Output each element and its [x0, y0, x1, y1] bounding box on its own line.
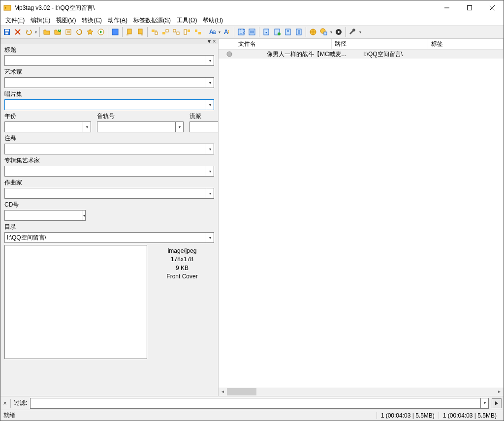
- playlist-export-icon[interactable]: [283, 27, 293, 37]
- menu-edit[interactable]: 编辑(E): [28, 15, 53, 26]
- add-folder-icon[interactable]: +: [52, 27, 63, 37]
- dropdown-albumartist[interactable]: ▾: [206, 166, 214, 177]
- favorite-icon[interactable]: [85, 27, 95, 37]
- input-year[interactable]: [4, 121, 83, 132]
- svg-rect-7: [5, 32, 8, 34]
- menu-actions[interactable]: 动作(A): [105, 15, 130, 26]
- close-button[interactable]: [481, 0, 504, 15]
- col-icon[interactable]: [219, 39, 235, 49]
- input-discnum[interactable]: [4, 210, 83, 221]
- filter-dropdown[interactable]: ▾: [480, 398, 489, 409]
- menu-view[interactable]: 视图(V): [53, 15, 79, 26]
- label-track: 音轨号: [97, 112, 184, 120]
- dropdown-track[interactable]: ▾: [175, 121, 184, 132]
- undo-icon[interactable]: [23, 27, 34, 37]
- input-albumartist[interactable]: [4, 166, 206, 177]
- delete-icon[interactable]: [12, 27, 23, 37]
- col-path[interactable]: 路径: [332, 39, 428, 49]
- menu-help[interactable]: 帮助(H): [200, 15, 226, 26]
- save-icon[interactable]: [1, 27, 12, 37]
- discogs-icon[interactable]: [333, 27, 344, 37]
- dropdown-composer[interactable]: ▾: [206, 188, 214, 199]
- filter-input[interactable]: [30, 398, 480, 409]
- minimize-button[interactable]: [436, 0, 458, 15]
- title-bar: Mp3tag v3.02 - I:\QQ空间留言\: [0, 0, 504, 15]
- input-genre[interactable]: [189, 121, 218, 132]
- svg-rect-40: [296, 29, 301, 35]
- input-album[interactable]: [4, 99, 206, 110]
- playlist-all-icon[interactable]: [293, 27, 304, 37]
- dropdown-comment[interactable]: ▾: [206, 144, 214, 154]
- horizontal-scrollbar[interactable]: ◄ ►: [219, 388, 504, 396]
- input-title[interactable]: [4, 55, 206, 66]
- menu-convert[interactable]: 转换(C): [79, 15, 105, 26]
- text-to-tag-icon[interactable]: [182, 27, 192, 37]
- svg-rect-24: [173, 30, 176, 32]
- extended-tags-icon[interactable]: [247, 27, 257, 37]
- web-source-icon[interactable]: [308, 27, 318, 37]
- label-composer: 作曲家: [4, 179, 214, 187]
- cover-size: 9 KB: [150, 264, 214, 272]
- select-all-icon[interactable]: [110, 27, 121, 37]
- input-composer[interactable]: [4, 188, 206, 199]
- filename-to-tag-icon[interactable]: [160, 27, 171, 37]
- status-ready: 就绪: [3, 411, 377, 420]
- dropdown-album[interactable]: ▾: [206, 99, 214, 110]
- web-cover-icon[interactable]: [318, 27, 329, 37]
- svg-rect-43: [324, 32, 327, 35]
- undo-dropdown[interactable]: ▼: [34, 30, 38, 34]
- tools-icon[interactable]: [347, 27, 358, 37]
- quick-action-icon[interactable]: A: [221, 27, 232, 37]
- tag-to-filename-icon[interactable]: [149, 27, 160, 37]
- web-dropdown[interactable]: ▼: [329, 30, 333, 34]
- label-discnum: CD号: [4, 201, 214, 209]
- paste-tag-icon[interactable]: [135, 27, 146, 37]
- status-selected: 1 (00:04:03 | 5.5MB): [377, 412, 439, 419]
- tag-to-tag-icon[interactable]: [192, 27, 203, 37]
- filename-to-filename-icon[interactable]: [171, 27, 182, 37]
- filter-close-icon[interactable]: ×: [2, 400, 7, 407]
- input-directory[interactable]: [4, 232, 206, 243]
- playlist-icon[interactable]: [63, 27, 74, 37]
- maximize-button[interactable]: [458, 0, 481, 15]
- dropdown-artist[interactable]: ▾: [206, 77, 214, 88]
- export-icon[interactable]: [261, 27, 272, 37]
- copy-tag-icon[interactable]: [124, 27, 135, 37]
- menu-tools[interactable]: 工具(O): [174, 15, 200, 26]
- rename-folder-icon[interactable]: [272, 27, 283, 37]
- number-tracks-icon[interactable]: 12: [236, 27, 247, 37]
- cover-mime: image/jpeg: [150, 247, 214, 255]
- svg-text:+: +: [58, 28, 61, 33]
- svg-point-38: [278, 32, 281, 35]
- dropdown-year[interactable]: ▾: [83, 121, 91, 132]
- input-comment[interactable]: [4, 144, 206, 154]
- filter-bar: × 过滤: ▾: [0, 396, 504, 410]
- toolbar: ▼ + Aa ▼ A 12 ▼ ▼: [0, 25, 504, 39]
- play-icon[interactable]: [95, 27, 106, 37]
- cell-filename: 像男人一样的战斗【MC喊麦…: [264, 50, 360, 59]
- filter-go-button[interactable]: [492, 398, 502, 408]
- label-artist: 艺术家: [4, 68, 214, 76]
- svg-rect-27: [188, 30, 190, 32]
- dropdown-discnum[interactable]: ▾: [83, 210, 86, 221]
- dropdown-directory[interactable]: ▾: [206, 232, 214, 243]
- col-tag[interactable]: 标签: [428, 39, 504, 49]
- svg-rect-25: [177, 32, 179, 34]
- dropdown-title[interactable]: ▾: [206, 55, 214, 66]
- input-artist[interactable]: [4, 77, 206, 88]
- tools-dropdown[interactable]: ▼: [358, 30, 362, 34]
- open-folder-icon[interactable]: [41, 27, 52, 37]
- svg-rect-18: [127, 29, 131, 34]
- input-track[interactable]: [97, 121, 175, 132]
- cover-art-box[interactable]: [4, 245, 147, 359]
- menu-file[interactable]: 文件(F): [2, 15, 28, 26]
- menu-tagsources[interactable]: 标签数据源(S): [130, 15, 174, 26]
- refresh-icon[interactable]: [74, 27, 85, 37]
- actions-dropdown[interactable]: ▼: [218, 30, 221, 34]
- tag-panel: ▾ × 标题 ▾ 艺术家 ▾ 唱片集 ▾ 年份 ▾ 音轨号 ▾ 流派 ▾ 注释 …: [0, 39, 219, 396]
- file-row[interactable]: 像男人一样的战斗【MC喊麦… I:\QQ空间留言\: [219, 50, 504, 59]
- svg-rect-29: [198, 32, 201, 34]
- actions-icon[interactable]: Aa: [207, 27, 218, 37]
- svg-rect-28: [195, 30, 197, 32]
- col-filename[interactable]: 文件名: [235, 39, 332, 49]
